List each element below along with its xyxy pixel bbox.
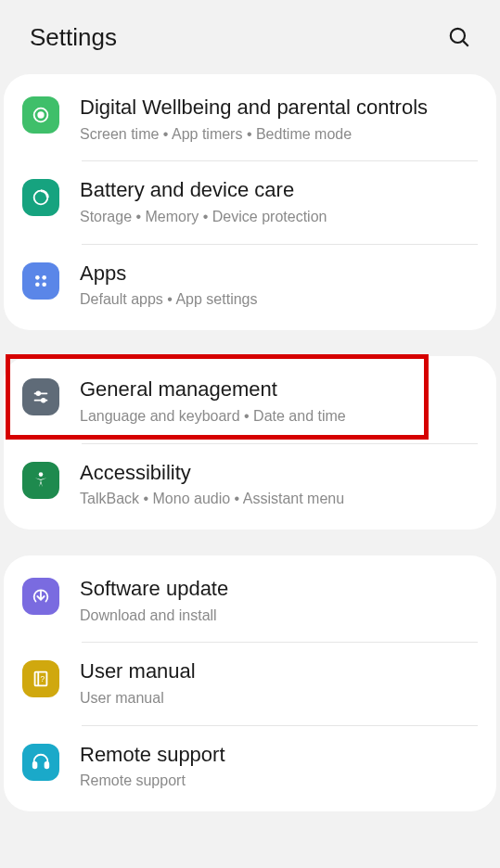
row-text: Battery and device care Storage • Memory… — [80, 177, 478, 226]
row-subtitle: Screen time • App timers • Bedtime mode — [80, 125, 478, 145]
update-icon — [22, 578, 59, 615]
device-care-icon — [22, 179, 59, 216]
row-title: Battery and device care — [80, 177, 478, 204]
row-text: Digital Wellbeing and parental controls … — [80, 95, 478, 144]
row-general-management[interactable]: General management Language and keyboard… — [4, 360, 496, 442]
svg-point-3 — [38, 112, 44, 118]
row-accessibility[interactable]: Accessibility TalkBack • Mono audio • As… — [4, 443, 496, 526]
row-title: User manual — [80, 658, 478, 685]
row-title: Remote support — [80, 742, 478, 769]
row-text: User manual User manual — [80, 658, 478, 708]
row-text: Software update Download and install — [80, 576, 478, 625]
svg-point-0 — [451, 29, 465, 43]
row-remote-support[interactable]: Remote support Remote support — [4, 725, 496, 808]
settings-group-1: Digital Wellbeing and parental controls … — [4, 74, 496, 330]
row-text: Accessibility TalkBack • Mono audio • As… — [80, 460, 478, 509]
search-button[interactable] — [444, 22, 474, 52]
row-text: Remote support Remote support — [80, 742, 478, 791]
svg-point-10 — [36, 392, 40, 396]
svg-rect-18 — [45, 762, 49, 768]
svg-point-13 — [39, 472, 44, 477]
row-title: Software update — [80, 576, 478, 603]
row-title: Apps — [80, 261, 478, 287]
general-icon — [22, 378, 59, 415]
support-icon — [22, 744, 59, 781]
row-title: Digital Wellbeing and parental controls — [80, 95, 478, 121]
row-text: Apps Default apps • App settings — [80, 261, 478, 310]
row-subtitle: Download and install — [80, 606, 478, 626]
row-subtitle: Storage • Memory • Device protection — [80, 208, 478, 227]
svg-line-1 — [463, 41, 468, 46]
svg-point-5 — [35, 275, 40, 280]
svg-point-6 — [42, 275, 46, 280]
search-icon — [447, 25, 471, 49]
accessibility-icon — [22, 462, 59, 499]
row-battery-device-care[interactable]: Battery and device care Storage • Memory… — [4, 160, 496, 243]
svg-point-7 — [35, 282, 40, 287]
svg-rect-17 — [33, 762, 37, 768]
row-apps[interactable]: Apps Default apps • App settings — [4, 244, 496, 326]
row-user-manual[interactable]: ? User manual User manual — [4, 642, 496, 724]
wellbeing-icon — [22, 96, 59, 134]
row-title: Accessibility — [80, 460, 478, 487]
manual-icon: ? — [22, 660, 59, 697]
svg-point-8 — [42, 282, 46, 287]
row-subtitle: User manual — [80, 689, 478, 708]
page-title: Settings — [30, 23, 117, 52]
row-subtitle: TalkBack • Mono audio • Assistant menu — [80, 490, 478, 509]
row-digital-wellbeing[interactable]: Digital Wellbeing and parental controls … — [4, 78, 496, 160]
apps-icon — [22, 262, 59, 300]
row-software-update[interactable]: Software update Download and install — [4, 559, 496, 642]
row-subtitle: Remote support — [80, 772, 478, 791]
row-subtitle: Default apps • App settings — [80, 290, 478, 310]
row-subtitle: Language and keyboard • Date and time — [80, 407, 478, 427]
settings-group-3: Software update Download and install ? U… — [4, 555, 496, 811]
row-title: General management — [80, 377, 478, 403]
svg-point-12 — [42, 399, 45, 402]
header: Settings — [0, 0, 500, 74]
row-text: General management Language and keyboard… — [80, 377, 478, 426]
settings-group-2: General management Language and keyboard… — [4, 356, 496, 530]
svg-text:?: ? — [41, 675, 45, 683]
